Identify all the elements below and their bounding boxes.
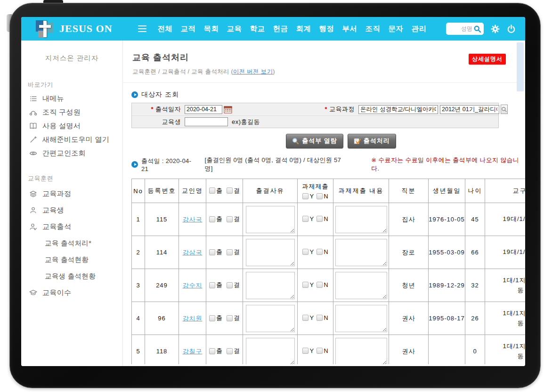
attend-checkbox[interactable] bbox=[209, 249, 215, 255]
reason-textarea[interactable] bbox=[246, 239, 295, 266]
homework-content-textarea[interactable] bbox=[335, 272, 387, 299]
detail-manual-button[interactable]: 상세설명서 bbox=[469, 54, 506, 65]
sidebar-item-simple-member-search[interactable]: 간편교인조회 bbox=[21, 147, 122, 160]
view-attendance-book-button[interactable]: 출석부 열람 bbox=[286, 134, 343, 148]
reason-textarea[interactable] bbox=[246, 338, 295, 365]
homework-n-checkbox[interactable] bbox=[317, 249, 323, 255]
member-name-link[interactable]: 강사국 bbox=[183, 216, 203, 223]
nav-item-관리[interactable]: 관리 bbox=[412, 24, 427, 34]
page-scrollbar-thumb[interactable] bbox=[517, 42, 524, 91]
nav-item-교적[interactable]: 교적 bbox=[181, 24, 196, 34]
sidebar-item-user-manual[interactable]: 사용 설명서 bbox=[21, 119, 122, 133]
nav-item-전체[interactable]: 전체 bbox=[158, 24, 173, 34]
homework-content-textarea[interactable] bbox=[335, 338, 387, 365]
absent-checkbox[interactable] bbox=[227, 216, 233, 222]
homework-y-checkbox[interactable] bbox=[302, 315, 309, 321]
cell-reason bbox=[243, 236, 298, 269]
homework-n-checkbox[interactable] bbox=[317, 315, 323, 321]
hamburger-menu-icon[interactable] bbox=[138, 25, 146, 33]
student-name-input[interactable] bbox=[185, 117, 228, 126]
sidebar-subitem-student-attendance-status[interactable]: 교육생 출석현황 bbox=[21, 268, 122, 285]
cell-district: 1대/1지역/1 동 bbox=[485, 302, 526, 335]
course-search-button[interactable] bbox=[501, 105, 508, 114]
previous-version-link[interactable]: 이전 버전 보기 bbox=[233, 68, 273, 75]
homework-y-checkbox[interactable] bbox=[302, 348, 309, 354]
member-name-link[interactable]: 강삼국 bbox=[183, 249, 203, 256]
nav-item-목회[interactable]: 목회 bbox=[204, 24, 219, 34]
sidebar-subitem-attendance-status[interactable]: 교육 출석현황 bbox=[21, 252, 122, 268]
edit-check-icon bbox=[354, 138, 361, 145]
absent-checkbox[interactable] bbox=[227, 282, 233, 288]
absent-all-checkbox[interactable] bbox=[227, 188, 233, 194]
col-age: 나이 bbox=[465, 179, 485, 203]
attend-checkbox[interactable] bbox=[209, 282, 215, 288]
search-icon[interactable] bbox=[473, 25, 481, 33]
sidebar-subitem-attendance-process[interactable]: 교육 출석처리* bbox=[21, 235, 122, 252]
sidebar-item-course[interactable]: 교육과정 bbox=[21, 186, 122, 202]
calendar-button[interactable] bbox=[224, 105, 232, 114]
homework-content-textarea[interactable] bbox=[335, 239, 387, 266]
power-icon[interactable] bbox=[507, 24, 516, 33]
nav-item-헌금[interactable]: 헌금 bbox=[273, 24, 288, 34]
homework-content-textarea[interactable] bbox=[335, 206, 387, 233]
name-search-input[interactable] bbox=[451, 25, 472, 32]
process-attendance-button[interactable]: 출석처리 bbox=[348, 134, 396, 148]
homework-y-all-checkbox[interactable] bbox=[302, 193, 309, 199]
nav-item-문자[interactable]: 문자 bbox=[389, 24, 404, 34]
cell-homework-content bbox=[333, 335, 389, 365]
cell-birth: 1989-12-29 bbox=[429, 269, 465, 302]
attend-checkbox[interactable] bbox=[209, 348, 215, 354]
cell-attend-absent: 출결 bbox=[206, 203, 243, 236]
reason-textarea[interactable] bbox=[246, 305, 295, 332]
homework-n-checkbox[interactable] bbox=[317, 216, 323, 222]
reason-textarea[interactable] bbox=[246, 206, 295, 233]
cell-homework-content bbox=[333, 269, 389, 302]
homework-y-checkbox[interactable] bbox=[302, 216, 309, 222]
cell-attend-absent: 출결 bbox=[206, 269, 243, 302]
homework-n-checkbox[interactable] bbox=[317, 348, 323, 354]
sidebar-item-newyear-helper[interactable]: 새해준비도우미 열기 bbox=[21, 133, 122, 147]
course-input[interactable] bbox=[358, 105, 438, 114]
name-search-box[interactable] bbox=[446, 23, 484, 35]
nav-item-행정[interactable]: 행정 bbox=[319, 24, 334, 34]
cell-position: 집사 bbox=[389, 203, 429, 236]
reason-textarea[interactable] bbox=[246, 272, 295, 299]
sidebar-item-completion[interactable]: 교육이수 bbox=[21, 285, 122, 301]
topbar: JESUS ON 전체 교적 목회 교육 학교 헌금 회계 행정 부서 조직 문… bbox=[21, 17, 525, 41]
cell-name: 강칠구 bbox=[179, 335, 206, 365]
attendance-table-wrap: No 등록번호 교인명 출결 출결사유 과제제출YN 과제제출 내용 직분 bbox=[131, 179, 525, 364]
nav-item-교육[interactable]: 교육 bbox=[227, 24, 242, 34]
member-name-link[interactable]: 강칠구 bbox=[183, 348, 203, 355]
absent-checkbox[interactable] bbox=[227, 348, 233, 354]
course-term-input[interactable] bbox=[440, 105, 499, 114]
breadcrumb: 교육훈련 / 교육출석 / 교육 출석처리 (이전 버전 보기) bbox=[132, 68, 525, 76]
cell-age: 26 bbox=[465, 302, 485, 335]
sidebar-item-my-menu[interactable]: 내메뉴 bbox=[21, 92, 122, 106]
nav-item-부서[interactable]: 부서 bbox=[342, 24, 357, 34]
attend-checkbox[interactable] bbox=[209, 216, 215, 222]
attendance-date-input[interactable] bbox=[185, 105, 222, 114]
list-icon bbox=[29, 95, 37, 103]
nav-item-회계[interactable]: 회계 bbox=[296, 24, 311, 34]
gear-icon[interactable] bbox=[491, 24, 500, 33]
sidebar-item-attendance[interactable]: 교육출석 bbox=[21, 219, 122, 235]
member-name-link[interactable]: 강수지 bbox=[183, 282, 203, 289]
nav-item-조직[interactable]: 조직 bbox=[365, 24, 381, 34]
homework-content-textarea[interactable] bbox=[335, 305, 387, 332]
sidebar-item-students[interactable]: 교육생 bbox=[21, 202, 122, 219]
member-name-link[interactable]: 강치원 bbox=[183, 315, 203, 322]
homework-n-all-checkbox[interactable] bbox=[317, 193, 323, 199]
homework-y-checkbox[interactable] bbox=[302, 249, 309, 255]
sidebar-item-org-members[interactable]: 조직 구성원 bbox=[21, 106, 122, 119]
cell-homework-content bbox=[333, 203, 389, 236]
attend-checkbox[interactable] bbox=[209, 315, 215, 321]
absent-checkbox[interactable] bbox=[227, 249, 233, 255]
cell-no: 5 bbox=[132, 335, 145, 365]
nav-item-학교[interactable]: 학교 bbox=[250, 24, 265, 34]
homework-y-checkbox[interactable] bbox=[302, 282, 309, 288]
cell-attend-absent: 출결 bbox=[206, 302, 243, 335]
cell-name: 강치원 bbox=[179, 302, 206, 335]
homework-n-checkbox[interactable] bbox=[317, 282, 323, 288]
attend-all-checkbox[interactable] bbox=[209, 188, 215, 194]
absent-checkbox[interactable] bbox=[227, 315, 233, 321]
